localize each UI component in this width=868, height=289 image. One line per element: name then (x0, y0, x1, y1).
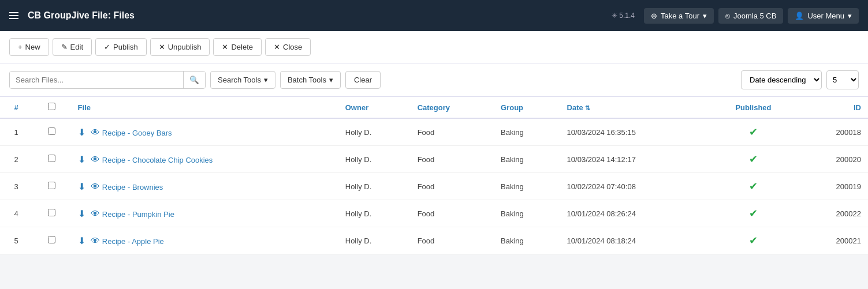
col-checkbox-all[interactable] (32, 97, 70, 118)
row-category: Food (411, 118, 494, 146)
file-link[interactable]: Recipe - Brownies (102, 183, 163, 192)
toolbar: + New ✎ Edit ✓ Publish ✕ Unpublish ✕ Del… (0, 31, 868, 63)
clear-button[interactable]: Clear (345, 71, 381, 89)
chevron-down-icon: ▾ (703, 12, 707, 20)
select-all-checkbox[interactable] (48, 103, 55, 110)
row-owner: Holly D. (338, 227, 411, 254)
search-tools-button[interactable]: Search Tools ▾ (210, 71, 275, 89)
view-icon[interactable]: 👁 (91, 236, 100, 246)
brand: CB GroupJive File: Files (9, 10, 612, 21)
row-published[interactable]: ✔ (709, 200, 798, 227)
row-id: 200018 (798, 118, 868, 146)
row-checkbox[interactable] (32, 118, 70, 146)
published-check-icon[interactable]: ✔ (749, 126, 758, 138)
chevron-down-icon: ▾ (848, 12, 852, 20)
col-id: ID (798, 97, 868, 118)
download-icon[interactable]: ⬇ (78, 182, 85, 192)
row-checkbox[interactable] (32, 200, 70, 227)
table-row: 3 ⬇ 👁 Recipe - Brownies Holly D. Food Ba… (0, 173, 868, 200)
published-check-icon[interactable]: ✔ (749, 153, 758, 165)
file-link[interactable]: Recipe - Chocolate Chip Cookies (102, 156, 213, 164)
close-button[interactable]: ✕ Close (265, 38, 311, 56)
row-group: Baking (494, 173, 560, 200)
filter-row: 🔍 Search Tools ▾ Batch Tools ▾ Clear Dat… (0, 63, 868, 97)
chevron-down-icon: ▾ (329, 76, 333, 84)
download-icon[interactable]: ⬇ (78, 127, 85, 137)
app-title: CB GroupJive File: Files (28, 10, 135, 21)
row-checkbox[interactable] (32, 146, 70, 173)
header-right: ✳ 5.1.4 ⊕ Take a Tour ▾ ⎋ Joomla 5 CB 👤 … (612, 8, 859, 24)
row-num: 2 (0, 146, 32, 173)
row-date: 10/01/2024 08:18:24 (560, 227, 709, 254)
app-header: CB GroupJive File: Files ✳ 5.1.4 ⊕ Take … (0, 0, 868, 31)
row-id: 200019 (798, 173, 868, 200)
per-page-select[interactable]: 51015202550100 (826, 70, 859, 89)
chevron-down-icon: ▾ (264, 76, 268, 84)
x-icon: ✕ (159, 43, 165, 51)
take-tour-button[interactable]: ⊕ Take a Tour ▾ (644, 8, 714, 24)
row-published[interactable]: ✔ (709, 227, 798, 254)
file-link[interactable]: Recipe - Pumpkin Pie (102, 210, 174, 219)
download-icon[interactable]: ⬇ (78, 155, 85, 164)
row-file: ⬇ 👁 Recipe - Chocolate Chip Cookies (71, 146, 338, 173)
published-check-icon[interactable]: ✔ (749, 181, 758, 192)
view-icon[interactable]: 👁 (91, 127, 100, 137)
menu-icon (9, 12, 18, 19)
row-checkbox[interactable] (32, 227, 70, 254)
table-row: 5 ⬇ 👁 Recipe - Apple Pie Holly D. Food B… (0, 227, 868, 254)
edit-button[interactable]: ✎ Edit (53, 38, 92, 56)
download-icon[interactable]: ⬇ (78, 236, 85, 246)
x-icon: ✕ (222, 43, 228, 51)
row-published[interactable]: ✔ (709, 146, 798, 173)
row-select-checkbox[interactable] (48, 127, 55, 135)
delete-button[interactable]: ✕ Delete (213, 38, 262, 56)
table-row: 2 ⬇ 👁 Recipe - Chocolate Chip Cookies Ho… (0, 146, 868, 173)
row-select-checkbox[interactable] (48, 209, 55, 216)
files-table-wrap: # File Owner Category Group Date ⇅ Publi… (0, 97, 868, 254)
row-category: Food (411, 146, 494, 173)
unpublish-button[interactable]: ✕ Unpublish (150, 38, 210, 56)
search-submit-button[interactable]: 🔍 (183, 72, 205, 88)
row-group: Baking (494, 200, 560, 227)
published-check-icon[interactable]: ✔ (749, 208, 758, 219)
row-group: Baking (494, 227, 560, 254)
row-select-checkbox[interactable] (48, 236, 55, 243)
col-file[interactable]: File (71, 97, 338, 118)
user-menu-button[interactable]: 👤 User Menu ▾ (788, 8, 859, 24)
row-category: Food (411, 227, 494, 254)
new-button[interactable]: + New (9, 38, 49, 56)
row-group: Baking (494, 146, 560, 173)
file-link[interactable]: Recipe - Gooey Bars (102, 129, 172, 137)
view-icon[interactable]: 👁 (91, 209, 100, 219)
download-icon[interactable]: ⬇ (78, 209, 85, 219)
col-category: Category (411, 97, 494, 118)
col-owner: Owner (338, 97, 411, 118)
published-check-icon[interactable]: ✔ (749, 235, 758, 246)
row-checkbox[interactable] (32, 173, 70, 200)
tour-icon: ⊕ (651, 12, 657, 20)
sort-select[interactable]: Date descendingDate ascendingTitle ascen… (741, 70, 822, 89)
row-select-checkbox[interactable] (48, 155, 55, 162)
col-published: Published (709, 97, 798, 118)
row-published[interactable]: ✔ (709, 118, 798, 146)
row-file: ⬇ 👁 Recipe - Brownies (71, 173, 338, 200)
joomla-button[interactable]: ⎋ Joomla 5 CB (718, 8, 783, 24)
row-file: ⬇ 👁 Recipe - Apple Pie (71, 227, 338, 254)
plus-icon: + (18, 43, 23, 51)
col-date[interactable]: Date ⇅ (560, 97, 709, 118)
view-icon[interactable]: 👁 (91, 182, 100, 192)
search-input[interactable] (10, 72, 183, 88)
edit-icon: ✎ (61, 43, 68, 51)
row-num: 1 (0, 118, 32, 146)
row-owner: Holly D. (338, 200, 411, 227)
row-owner: Holly D. (338, 118, 411, 146)
row-published[interactable]: ✔ (709, 173, 798, 200)
search-icon: 🔍 (189, 76, 199, 84)
table-row: 1 ⬇ 👁 Recipe - Gooey Bars Holly D. Food … (0, 118, 868, 146)
publish-button[interactable]: ✓ Publish (95, 38, 147, 56)
version-badge: ✳ 5.1.4 (612, 12, 635, 20)
batch-tools-button[interactable]: Batch Tools ▾ (280, 71, 341, 89)
row-select-checkbox[interactable] (48, 182, 55, 189)
view-icon[interactable]: 👁 (91, 155, 100, 164)
file-link[interactable]: Recipe - Apple Pie (102, 237, 164, 246)
